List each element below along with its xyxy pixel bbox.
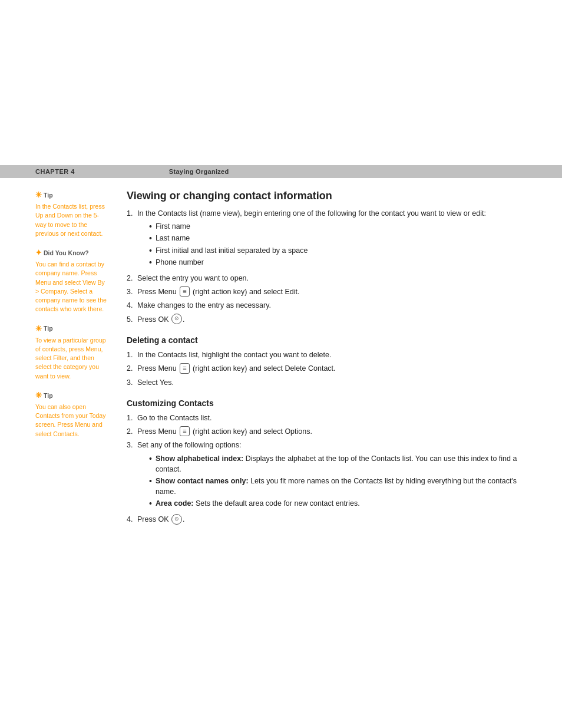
bullet-icon: • — [149, 221, 152, 232]
tip-2-star-icon: ✳ — [35, 324, 42, 334]
step-num: 1. — [127, 350, 137, 360]
table-row: 1. In the Contacts list, highlight the c… — [127, 350, 527, 360]
tip-block-3: ✳ Tip You can also open Contacts from yo… — [35, 390, 109, 439]
tip-3-star-icon: ✳ — [35, 390, 42, 401]
bullet-icon: • — [149, 245, 152, 256]
step-content: Set any of the following options: • Show… — [137, 440, 527, 511]
did-you-know-header: ✦ Did You Know? — [35, 248, 109, 258]
section-deleting-title: Deleting a contact — [127, 335, 527, 345]
viewing-steps-list: 1. In the Contacts list (name view), beg… — [127, 208, 527, 325]
table-row: 4. Make changes to the entry as necessar… — [127, 300, 527, 311]
table-row: 2. Press Menu (right action key) and sel… — [127, 426, 527, 437]
tip-1-star-icon: ✳ — [35, 190, 42, 200]
step-content: Press Menu (right action key) and select… — [137, 363, 527, 374]
ok-key-icon: ⊙ — [171, 514, 182, 525]
did-you-know-text: You can find a contact by company name. … — [35, 260, 109, 314]
step-num: 3. — [127, 440, 137, 511]
sidebar: ✳ Tip In the Contacts list, press Up and… — [35, 190, 121, 530]
section-deleting: Deleting a contact 1. In the Contacts li… — [127, 335, 527, 388]
bullet-list-1: •First name •Last name •First initial an… — [149, 221, 527, 268]
customizing-steps-list: 1. Go to the Contacts list. 2. Press Men… — [127, 413, 527, 525]
chapter-label: CHAPTER 4 — [35, 168, 75, 175]
step-num: 3. — [127, 377, 137, 388]
content-area: ✳ Tip In the Contacts list, press Up and… — [0, 178, 562, 548]
section-viewing: Viewing or changing contact information … — [127, 190, 527, 325]
tip-1-header: ✳ Tip — [35, 190, 109, 200]
section-customizing-title: Customizing Contacts — [127, 398, 527, 408]
list-item: •First name — [149, 221, 527, 232]
tip-3-text: You can also open Contacts from your Tod… — [35, 403, 109, 439]
list-item: • Show contact names only: Lets you fit … — [149, 476, 527, 497]
did-you-know-block: ✦ Did You Know? You can find a contact b… — [35, 248, 109, 314]
step-content: In the Contacts list (name view), begin … — [137, 208, 527, 270]
table-row: 2. Press Menu (right action key) and sel… — [127, 363, 527, 374]
ok-key-icon: ⊙ — [171, 314, 182, 324]
step-num: 1. — [127, 208, 137, 270]
list-item: •Last name — [149, 233, 527, 243]
step-num: 2. — [127, 273, 137, 284]
option-term: Show alphabetical index: — [156, 454, 243, 463]
step-num: 4. — [127, 300, 137, 311]
option-term: Area code: — [156, 499, 194, 508]
list-item: • Show alphabetical index: Displays the … — [149, 453, 527, 475]
did-star-icon: ✦ — [35, 248, 42, 258]
table-row: 1. In the Contacts list (name view), beg… — [127, 208, 527, 270]
table-row: 3. Set any of the following options: • S… — [127, 440, 527, 511]
table-row: 1. Go to the Contacts list. — [127, 413, 527, 423]
chapter-bar: CHAPTER 4 Staying Organized — [0, 165, 562, 178]
tip-1-text: In the Contacts list, press Up and Down … — [35, 202, 109, 238]
menu-key-icon — [180, 286, 189, 297]
section-customizing: Customizing Contacts 1. Go to the Contac… — [127, 398, 527, 525]
tip-3-header: ✳ Tip — [35, 390, 109, 401]
table-row: 3. Select Yes. — [127, 377, 527, 388]
deleting-steps-list: 1. In the Contacts list, highlight the c… — [127, 350, 527, 388]
tip-block-1: ✳ Tip In the Contacts list, press Up and… — [35, 190, 109, 238]
step-num: 1. — [127, 413, 137, 423]
table-row: 3. Press Menu (right action key) and sel… — [127, 286, 527, 297]
step-num: 3. — [127, 286, 137, 297]
step-num: 4. — [127, 514, 137, 525]
option-term: Show contact names only: — [156, 477, 249, 485]
table-row: 2. Select the entry you want to open. — [127, 273, 527, 284]
section-viewing-title: Viewing or changing contact information — [127, 190, 527, 202]
page: CHAPTER 4 Staying Organized ✳ Tip In the… — [0, 165, 562, 728]
bullet-icon: • — [149, 476, 152, 486]
list-item: •Phone number — [149, 257, 527, 268]
chapter-title: Staying Organized — [169, 168, 229, 175]
step-content: Make changes to the entry as necessary. — [137, 300, 527, 311]
bullet-icon: • — [149, 233, 152, 243]
list-item: • Area code: Sets the default area code … — [149, 498, 527, 509]
step-content: In the Contacts list, highlight the cont… — [137, 350, 527, 360]
step-num: 2. — [127, 363, 137, 374]
bullet-icon: • — [149, 257, 152, 268]
step-content: Go to the Contacts list. — [137, 413, 527, 423]
step-content: Press OK ⊙. — [137, 514, 527, 525]
tip-block-2: ✳ Tip To view a particular group of cont… — [35, 324, 109, 381]
table-row: 4. Press OK ⊙. — [127, 514, 527, 525]
step-content: Press OK ⊙. — [137, 314, 527, 325]
step-content: Press Menu (right action key) and select… — [137, 426, 527, 437]
menu-key-icon — [180, 363, 189, 373]
step-content: Press Menu (right action key) and select… — [137, 286, 527, 297]
options-bullet-list: • Show alphabetical index: Displays the … — [149, 453, 527, 509]
bullet-icon: • — [149, 453, 152, 464]
step-num: 2. — [127, 426, 137, 437]
step-content: Select Yes. — [137, 377, 527, 388]
step-content: Select the entry you want to open. — [137, 273, 527, 284]
bullet-icon: • — [149, 498, 152, 509]
menu-key-icon — [180, 426, 189, 436]
step-num: 5. — [127, 314, 137, 325]
table-row: 5. Press OK ⊙. — [127, 314, 527, 325]
tip-2-text: To view a particular group of contacts, … — [35, 336, 109, 381]
main-body: Viewing or changing contact information … — [121, 190, 527, 530]
tip-2-header: ✳ Tip — [35, 324, 109, 334]
list-item: •First initial and last initial separate… — [149, 245, 527, 256]
